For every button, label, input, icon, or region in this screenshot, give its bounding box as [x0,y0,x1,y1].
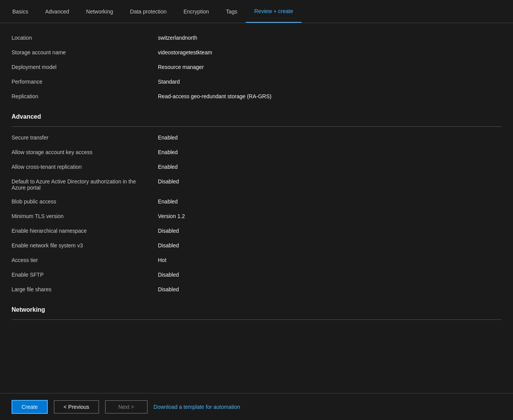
advanced-row: Large file shares Disabled [12,282,501,297]
advanced-row: Allow cross-tenant replication Enabled [12,160,501,175]
basics-row: Storage account name videostoragetestkte… [12,45,501,60]
footer-bar: Create < Previous Next > Download a temp… [0,393,513,420]
basics-key: Performance [12,79,158,85]
download-template-button[interactable]: Download a template for automation [154,404,240,410]
advanced-row: Secure transfer Enabled [12,131,501,145]
advanced-key: Allow storage account key access [12,149,158,155]
basics-value: Read-access geo-redundant storage (RA-GR… [158,93,272,99]
advanced-row: Enable SFTP Disabled [12,268,501,282]
basics-row: Performance Standard [12,75,501,89]
basics-key: Storage account name [12,49,158,55]
advanced-row: Blob public access Enabled [12,195,501,209]
networking-section: Networking [12,306,501,320]
advanced-key: Large file shares [12,286,158,292]
advanced-value: Disabled [158,178,179,185]
advanced-value: Enabled [158,149,178,155]
tab-tags[interactable]: Tags [218,0,246,23]
advanced-value: Enabled [158,134,178,141]
networking-section-title: Networking [12,306,501,316]
next-button[interactable]: Next > [105,400,148,413]
basics-fields: Location switzerlandnorth Storage accoun… [12,31,501,104]
basics-value: videostoragetestkteam [158,49,212,55]
advanced-value: Disabled [158,242,179,249]
advanced-key: Blob public access [12,198,158,205]
basics-row: Deployment model Resource manager [12,60,501,75]
advanced-key: Enable network file system v3 [12,242,158,249]
basics-key: Replication [12,93,158,99]
advanced-value: Enabled [158,198,178,205]
advanced-value: Disabled [158,228,179,234]
advanced-row: Minimum TLS version Version 1.2 [12,209,501,224]
create-button[interactable]: Create [12,400,48,414]
basics-key: Deployment model [12,64,158,70]
advanced-row: Enable hierarchical namespace Disabled [12,224,501,239]
advanced-key: Enable SFTP [12,272,158,278]
advanced-value: Version 1.2 [158,213,185,219]
advanced-key: Secure transfer [12,134,158,141]
basics-value: Standard [158,79,180,85]
advanced-section-title: Advanced [12,113,501,123]
advanced-row: Allow storage account key access Enabled [12,145,501,160]
advanced-key: Default to Azure Active Directory author… [12,178,158,191]
basics-value: Resource manager [158,64,204,70]
basics-row: Replication Read-access geo-redundant st… [12,89,501,104]
tab-encryption[interactable]: Encryption [175,0,218,23]
tab-data-protection[interactable]: Data protection [122,0,175,23]
advanced-fields: Secure transfer Enabled Allow storage ac… [12,131,501,297]
tab-networking[interactable]: Networking [78,0,122,23]
advanced-row: Enable network file system v3 Disabled [12,239,501,253]
advanced-key: Allow cross-tenant replication [12,164,158,170]
main-content: Location switzerlandnorth Storage accoun… [0,23,513,362]
tab-navigation: Basics Advanced Networking Data protecti… [0,0,513,23]
basics-row: Location switzerlandnorth [12,31,501,45]
advanced-row: Default to Azure Active Directory author… [12,175,501,195]
advanced-value: Disabled [158,272,179,278]
tab-basics[interactable]: Basics [4,0,37,23]
advanced-divider [12,126,501,127]
advanced-key: Minimum TLS version [12,213,158,219]
tab-review-create[interactable]: Review + create [246,0,302,23]
advanced-value: Disabled [158,286,179,292]
basics-value: switzerlandnorth [158,35,197,41]
basics-key: Location [12,35,158,41]
advanced-row: Access tier Hot [12,253,501,268]
advanced-key: Enable hierarchical namespace [12,228,158,234]
advanced-value: Hot [158,257,166,263]
previous-button[interactable]: < Previous [54,400,99,413]
tab-advanced[interactable]: Advanced [37,0,77,23]
networking-divider [12,319,501,320]
advanced-key: Access tier [12,257,158,263]
advanced-value: Enabled [158,164,178,170]
